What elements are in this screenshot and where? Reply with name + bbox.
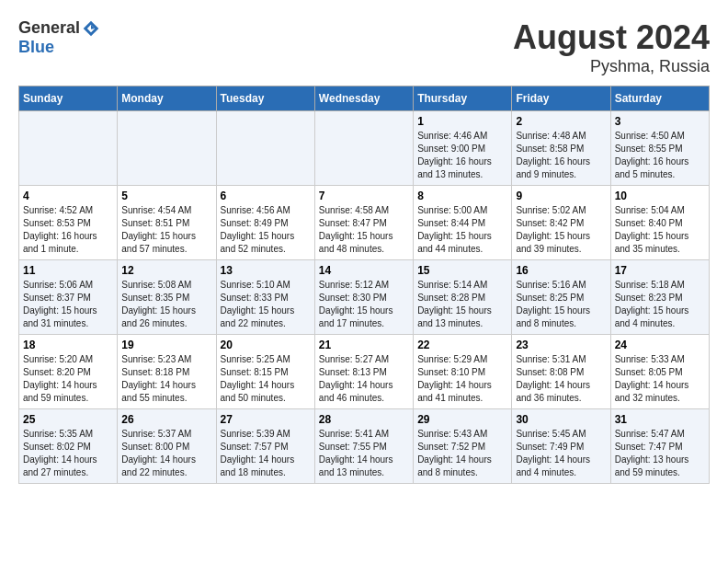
calendar-week-row: 11Sunrise: 5:06 AM Sunset: 8:37 PM Dayli… bbox=[19, 260, 710, 335]
weekday-header-tuesday: Tuesday bbox=[216, 86, 314, 111]
calendar-cell: 5Sunrise: 4:54 AM Sunset: 8:51 PM Daylig… bbox=[118, 186, 216, 260]
calendar-cell: 7Sunrise: 4:58 AM Sunset: 8:47 PM Daylig… bbox=[314, 186, 413, 260]
calendar-cell bbox=[19, 111, 118, 186]
day-info: Sunrise: 5:00 AM Sunset: 8:44 PM Dayligh… bbox=[417, 204, 507, 256]
day-number: 9 bbox=[516, 190, 606, 202]
day-number: 22 bbox=[417, 339, 507, 351]
day-info: Sunrise: 5:16 AM Sunset: 8:25 PM Dayligh… bbox=[516, 279, 606, 330]
day-info: Sunrise: 5:45 AM Sunset: 7:49 PM Dayligh… bbox=[516, 428, 606, 479]
calendar-cell: 30Sunrise: 5:45 AM Sunset: 7:49 PM Dayli… bbox=[512, 409, 610, 484]
calendar-cell: 19Sunrise: 5:23 AM Sunset: 8:18 PM Dayli… bbox=[118, 335, 216, 409]
day-number: 21 bbox=[319, 339, 409, 351]
calendar-cell: 13Sunrise: 5:10 AM Sunset: 8:33 PM Dayli… bbox=[216, 260, 314, 335]
logo-icon bbox=[82, 19, 100, 38]
calendar-cell: 21Sunrise: 5:27 AM Sunset: 8:13 PM Dayli… bbox=[314, 335, 413, 409]
day-info: Sunrise: 5:31 AM Sunset: 8:08 PM Dayligh… bbox=[516, 353, 606, 405]
calendar-cell: 2Sunrise: 4:48 AM Sunset: 8:58 PM Daylig… bbox=[512, 111, 610, 186]
calendar-cell: 16Sunrise: 5:16 AM Sunset: 8:25 PM Dayli… bbox=[512, 260, 610, 335]
day-info: Sunrise: 5:20 AM Sunset: 8:20 PM Dayligh… bbox=[23, 353, 113, 405]
day-number: 2 bbox=[516, 115, 606, 128]
calendar-cell: 24Sunrise: 5:33 AM Sunset: 8:05 PM Dayli… bbox=[610, 335, 709, 409]
calendar-cell bbox=[118, 111, 216, 186]
day-info: Sunrise: 5:35 AM Sunset: 8:02 PM Dayligh… bbox=[23, 428, 113, 479]
day-info: Sunrise: 5:04 AM Sunset: 8:40 PM Dayligh… bbox=[615, 204, 705, 256]
weekday-header-saturday: Saturday bbox=[610, 86, 709, 111]
calendar-week-row: 1Sunrise: 4:46 AM Sunset: 9:00 PM Daylig… bbox=[19, 111, 710, 186]
day-info: Sunrise: 5:27 AM Sunset: 8:13 PM Dayligh… bbox=[319, 353, 409, 405]
calendar-cell: 9Sunrise: 5:02 AM Sunset: 8:42 PM Daylig… bbox=[512, 186, 610, 260]
calendar-cell: 18Sunrise: 5:20 AM Sunset: 8:20 PM Dayli… bbox=[19, 335, 118, 409]
calendar-cell bbox=[314, 111, 413, 186]
calendar-week-row: 18Sunrise: 5:20 AM Sunset: 8:20 PM Dayli… bbox=[19, 335, 710, 409]
day-number: 23 bbox=[516, 339, 606, 351]
calendar-cell: 3Sunrise: 4:50 AM Sunset: 8:55 PM Daylig… bbox=[610, 111, 709, 186]
day-number: 20 bbox=[221, 339, 311, 351]
day-info: Sunrise: 4:56 AM Sunset: 8:49 PM Dayligh… bbox=[221, 204, 311, 256]
calendar-cell: 15Sunrise: 5:14 AM Sunset: 8:28 PM Dayli… bbox=[414, 260, 512, 335]
calendar-cell: 11Sunrise: 5:06 AM Sunset: 8:37 PM Dayli… bbox=[19, 260, 118, 335]
calendar-table: SundayMondayTuesdayWednesdayThursdayFrid… bbox=[18, 86, 710, 484]
weekday-header-row: SundayMondayTuesdayWednesdayThursdayFrid… bbox=[19, 86, 710, 111]
day-info: Sunrise: 5:25 AM Sunset: 8:15 PM Dayligh… bbox=[221, 353, 311, 405]
day-number: 18 bbox=[23, 339, 113, 351]
logo-general-text: General bbox=[18, 18, 80, 38]
weekday-header-wednesday: Wednesday bbox=[314, 86, 413, 111]
day-info: Sunrise: 5:02 AM Sunset: 8:42 PM Dayligh… bbox=[516, 204, 606, 256]
day-info: Sunrise: 5:41 AM Sunset: 7:55 PM Dayligh… bbox=[319, 428, 409, 479]
day-number: 1 bbox=[417, 115, 507, 128]
day-info: Sunrise: 5:06 AM Sunset: 8:37 PM Dayligh… bbox=[23, 279, 113, 330]
location-subtitle: Pyshma, Russia bbox=[513, 57, 710, 76]
day-number: 11 bbox=[23, 264, 113, 277]
day-number: 15 bbox=[417, 264, 507, 277]
day-info: Sunrise: 5:08 AM Sunset: 8:35 PM Dayligh… bbox=[121, 279, 211, 330]
day-info: Sunrise: 4:58 AM Sunset: 8:47 PM Dayligh… bbox=[319, 204, 409, 256]
calendar-cell: 31Sunrise: 5:47 AM Sunset: 7:47 PM Dayli… bbox=[610, 409, 709, 484]
calendar-cell: 8Sunrise: 5:00 AM Sunset: 8:44 PM Daylig… bbox=[414, 186, 512, 260]
calendar-cell: 12Sunrise: 5:08 AM Sunset: 8:35 PM Dayli… bbox=[118, 260, 216, 335]
day-number: 10 bbox=[615, 190, 705, 202]
month-year-title: August 2024 bbox=[513, 18, 710, 57]
calendar-cell: 29Sunrise: 5:43 AM Sunset: 7:52 PM Dayli… bbox=[414, 409, 512, 484]
calendar-cell: 17Sunrise: 5:18 AM Sunset: 8:23 PM Dayli… bbox=[610, 260, 709, 335]
calendar-cell: 25Sunrise: 5:35 AM Sunset: 8:02 PM Dayli… bbox=[19, 409, 118, 484]
calendar-cell: 22Sunrise: 5:29 AM Sunset: 8:10 PM Dayli… bbox=[414, 335, 512, 409]
day-number: 29 bbox=[417, 413, 507, 426]
calendar-cell: 23Sunrise: 5:31 AM Sunset: 8:08 PM Dayli… bbox=[512, 335, 610, 409]
day-number: 14 bbox=[319, 264, 409, 277]
day-info: Sunrise: 4:50 AM Sunset: 8:55 PM Dayligh… bbox=[615, 130, 705, 181]
day-info: Sunrise: 5:10 AM Sunset: 8:33 PM Dayligh… bbox=[221, 279, 311, 330]
day-info: Sunrise: 4:54 AM Sunset: 8:51 PM Dayligh… bbox=[121, 204, 211, 256]
day-number: 31 bbox=[615, 413, 705, 426]
day-number: 8 bbox=[417, 190, 507, 202]
day-number: 7 bbox=[319, 190, 409, 202]
calendar-cell: 6Sunrise: 4:56 AM Sunset: 8:49 PM Daylig… bbox=[216, 186, 314, 260]
day-number: 30 bbox=[516, 413, 606, 426]
calendar-cell bbox=[216, 111, 314, 186]
day-info: Sunrise: 5:29 AM Sunset: 8:10 PM Dayligh… bbox=[417, 353, 507, 405]
day-number: 28 bbox=[319, 413, 409, 426]
logo-text: General bbox=[18, 18, 102, 38]
weekday-header-friday: Friday bbox=[512, 86, 610, 111]
day-info: Sunrise: 5:14 AM Sunset: 8:28 PM Dayligh… bbox=[417, 279, 507, 330]
day-number: 3 bbox=[615, 115, 705, 128]
day-number: 26 bbox=[121, 413, 211, 426]
day-info: Sunrise: 5:18 AM Sunset: 8:23 PM Dayligh… bbox=[615, 279, 705, 330]
day-info: Sunrise: 5:47 AM Sunset: 7:47 PM Dayligh… bbox=[615, 428, 705, 479]
calendar-cell: 26Sunrise: 5:37 AM Sunset: 8:00 PM Dayli… bbox=[118, 409, 216, 484]
day-info: Sunrise: 5:12 AM Sunset: 8:30 PM Dayligh… bbox=[319, 279, 409, 330]
day-info: Sunrise: 5:39 AM Sunset: 7:57 PM Dayligh… bbox=[221, 428, 311, 479]
calendar-cell: 14Sunrise: 5:12 AM Sunset: 8:30 PM Dayli… bbox=[314, 260, 413, 335]
page-header: General Blue August 2024 Pyshma, Russia bbox=[18, 18, 710, 76]
day-info: Sunrise: 4:48 AM Sunset: 8:58 PM Dayligh… bbox=[516, 130, 606, 181]
day-info: Sunrise: 5:43 AM Sunset: 7:52 PM Dayligh… bbox=[417, 428, 507, 479]
day-number: 6 bbox=[221, 190, 311, 202]
day-number: 25 bbox=[23, 413, 113, 426]
logo-blue-text: Blue bbox=[18, 38, 54, 57]
day-info: Sunrise: 5:23 AM Sunset: 8:18 PM Dayligh… bbox=[121, 353, 211, 405]
calendar-cell: 28Sunrise: 5:41 AM Sunset: 7:55 PM Dayli… bbox=[314, 409, 413, 484]
day-number: 17 bbox=[615, 264, 705, 277]
weekday-header-monday: Monday bbox=[118, 86, 216, 111]
logo: General Blue bbox=[18, 18, 102, 57]
day-number: 12 bbox=[121, 264, 211, 277]
weekday-header-sunday: Sunday bbox=[19, 86, 118, 111]
